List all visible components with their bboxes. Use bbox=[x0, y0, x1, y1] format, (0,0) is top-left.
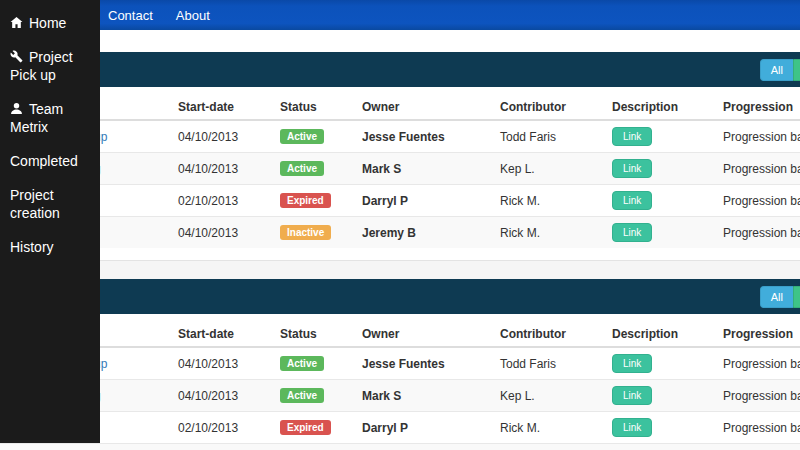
sidebar-item-completed[interactable]: Completed bbox=[0, 144, 100, 178]
start-date-cell: 04/10/2013 bbox=[170, 444, 272, 450]
progression-cell: Progression bar bbox=[715, 217, 800, 249]
start-date-cell: 04/10/2013 bbox=[170, 380, 272, 412]
owner-cell: Jesse Fuentes bbox=[354, 120, 492, 153]
panel-heading: All bbox=[0, 279, 800, 314]
description-cell: Link bbox=[604, 347, 715, 380]
description-cell: Link bbox=[604, 185, 715, 217]
link-button[interactable]: Link bbox=[612, 386, 652, 405]
table-row: up 04/10/2013 Active Jesse Fuentes Todd … bbox=[0, 347, 800, 380]
table-header-row: Start-date Status Owner Contributor Desc… bbox=[0, 322, 800, 347]
status-cell: Active bbox=[272, 120, 354, 153]
contributor-cell: Rick M. bbox=[492, 412, 604, 444]
status-cell: Active bbox=[272, 347, 354, 380]
start-date-cell: 04/10/2013 bbox=[170, 217, 272, 249]
contributor-cell: Kep L. bbox=[492, 380, 604, 412]
link-button[interactable]: Link bbox=[612, 354, 652, 373]
table-header-row: Start-date Status Owner Contributor Desc… bbox=[0, 95, 800, 120]
sidebar-item-team-metrix[interactable]: Team Metrix bbox=[0, 92, 100, 144]
project-name-cell bbox=[0, 444, 170, 450]
project-panel-1: All Start-date Status Owner Contributor … bbox=[0, 52, 800, 279]
wrench-icon bbox=[10, 50, 23, 63]
sidebar-item-label: History bbox=[10, 239, 54, 255]
contributor-cell: Todd Faris bbox=[492, 120, 604, 153]
status-badge: Expired bbox=[280, 193, 331, 208]
home-icon bbox=[10, 16, 23, 29]
owner-cell: Jeremy B bbox=[354, 217, 492, 249]
link-button[interactable]: Link bbox=[612, 418, 652, 437]
status-badge: Active bbox=[280, 129, 324, 144]
table-row: up 04/10/2013 Active Jesse Fuentes Todd … bbox=[0, 120, 800, 153]
status-badge: Active bbox=[280, 388, 324, 403]
start-date-cell: 04/10/2013 bbox=[170, 347, 272, 380]
col-header-owner: Owner bbox=[354, 322, 492, 347]
col-header-status: Status bbox=[272, 322, 354, 347]
progression-cell: Progression bar bbox=[715, 412, 800, 444]
project-panel-2: All Start-date Status Owner Contributor … bbox=[0, 279, 800, 450]
panel-heading: All bbox=[0, 52, 800, 87]
sidebar-item-label: Project creation bbox=[10, 187, 60, 221]
sidebar-item-project-creation[interactable]: Project creation bbox=[0, 178, 100, 230]
col-header-status: Status bbox=[272, 95, 354, 120]
sidebar-item-history[interactable]: History bbox=[0, 230, 100, 264]
description-cell: Link bbox=[604, 120, 715, 153]
col-header-start-date: Start-date bbox=[170, 95, 272, 120]
user-icon bbox=[10, 102, 23, 115]
progression-cell: Progression bar bbox=[715, 120, 800, 153]
contributor-cell: Rick M. bbox=[492, 217, 604, 249]
owner-cell: Darryl P bbox=[354, 412, 492, 444]
sidebar-item-project-pick-up[interactable]: Project Pick up bbox=[0, 40, 100, 92]
col-header-progression: Progression bbox=[715, 95, 800, 120]
contributor-cell: Rick M. bbox=[492, 444, 604, 450]
status-badge: Inactive bbox=[280, 225, 331, 240]
contributor-cell: Todd Faris bbox=[492, 347, 604, 380]
description-cell: Link bbox=[604, 217, 715, 249]
status-cell: Inactive bbox=[272, 444, 354, 450]
progression-cell: Progression bar bbox=[715, 380, 800, 412]
progression-cell: Progression bar bbox=[715, 347, 800, 380]
sidebar: Home Project Pick up Team Metrix Complet… bbox=[0, 0, 100, 443]
panel-body: Start-date Status Owner Contributor Desc… bbox=[0, 314, 800, 450]
owner-cell: Darryl P bbox=[354, 185, 492, 217]
panel-body: Start-date Status Owner Contributor Desc… bbox=[0, 87, 800, 248]
link-button[interactable]: Link bbox=[612, 223, 652, 242]
col-header-description: Description bbox=[604, 322, 715, 347]
nav-link-about[interactable]: About bbox=[168, 8, 218, 23]
sidebar-item-label: Completed bbox=[10, 153, 78, 169]
start-date-cell: 04/10/2013 bbox=[170, 153, 272, 185]
content-area: All Start-date Status Owner Contributor … bbox=[0, 30, 800, 450]
description-cell: Link bbox=[604, 412, 715, 444]
contributor-cell: Kep L. bbox=[492, 153, 604, 185]
status-badge: Expired bbox=[280, 420, 331, 435]
status-badge: Active bbox=[280, 356, 324, 371]
table-row: 04/10/2013 Inactive Jeremy B Rick M. Lin… bbox=[0, 217, 800, 249]
start-date-cell: 04/10/2013 bbox=[170, 120, 272, 153]
link-button[interactable]: Link bbox=[612, 191, 652, 210]
status-cell: Expired bbox=[272, 185, 354, 217]
all-filter-button[interactable]: All bbox=[760, 286, 793, 308]
sidebar-item-label: Home bbox=[29, 15, 66, 31]
start-date-cell: 02/10/2013 bbox=[170, 185, 272, 217]
progression-cell: Progression bar bbox=[715, 185, 800, 217]
owner-cell: Jesse Fuentes bbox=[354, 347, 492, 380]
top-navbar: Contact About bbox=[0, 0, 800, 30]
link-button[interactable]: Link bbox=[612, 127, 652, 146]
filter-button-clipped[interactable] bbox=[793, 59, 800, 81]
sidebar-item-home[interactable]: Home bbox=[0, 6, 100, 40]
col-header-start-date: Start-date bbox=[170, 322, 272, 347]
table-row: g 04/10/2013 Active Mark S Kep L. Link P… bbox=[0, 380, 800, 412]
col-header-contributor: Contributor bbox=[492, 322, 604, 347]
col-header-owner: Owner bbox=[354, 95, 492, 120]
status-cell: Inactive bbox=[272, 217, 354, 249]
filter-button-clipped[interactable] bbox=[793, 286, 800, 308]
all-filter-button[interactable]: All bbox=[760, 59, 793, 81]
contributor-cell: Rick M. bbox=[492, 185, 604, 217]
col-header-contributor: Contributor bbox=[492, 95, 604, 120]
table-row: 04/10/2013 Inactive Jeremy B Rick M. Lin… bbox=[0, 444, 800, 450]
link-button[interactable]: Link bbox=[612, 159, 652, 178]
start-date-cell: 02/10/2013 bbox=[170, 412, 272, 444]
nav-link-contact[interactable]: Contact bbox=[100, 8, 161, 23]
description-cell: Link bbox=[604, 444, 715, 450]
col-header-description: Description bbox=[604, 95, 715, 120]
owner-cell: Jeremy B bbox=[354, 444, 492, 450]
progression-cell: Progression bar bbox=[715, 153, 800, 185]
